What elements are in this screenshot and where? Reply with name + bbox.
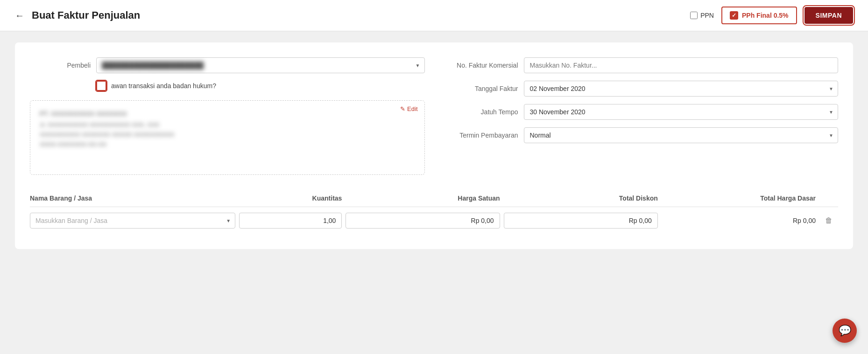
- form-card: Pembeli ██████████████████████ awan tran…: [15, 42, 853, 249]
- jatuh-tempo-select-wrapper: 30 November 2020: [524, 104, 839, 120]
- tanggal-row: Tanggal Faktur 02 November 2020: [444, 81, 839, 97]
- qty-input[interactable]: [239, 213, 342, 229]
- pembeli-select-wrapper: ██████████████████████: [96, 57, 425, 73]
- badan-hukum-text: awan transaksi anda badan hukum?: [111, 82, 216, 90]
- address-line-4: XXXX-XXXXXXX-XX-XX: [40, 141, 415, 148]
- harga-input[interactable]: [346, 213, 500, 229]
- address-line-1: PT. XXXXXXXXXX XXXXXXX: [40, 110, 415, 118]
- harga-cell: [346, 213, 500, 229]
- termin-select[interactable]: Normal: [524, 127, 839, 143]
- pph-label: PPh Final 0.5%: [742, 12, 789, 19]
- delete-button[interactable]: 🗑: [819, 216, 838, 225]
- no-faktur-input[interactable]: [524, 57, 839, 73]
- badan-hukum-label: awan transaksi anda badan hukum?: [111, 82, 216, 90]
- page-header: ← Buat Faktur Penjualan PPN ✓ PPh Final …: [0, 0, 868, 31]
- chat-icon: 💬: [839, 325, 851, 337]
- col-total: Total Harga Dasar: [662, 194, 816, 202]
- termin-select-wrapper: Normal: [524, 127, 839, 143]
- badan-hukum-row: awan transaksi anda badan hukum?: [96, 81, 425, 91]
- total-cell: Rp 0,00: [662, 217, 816, 224]
- form-left: Pembeli ██████████████████████ awan tran…: [30, 57, 425, 175]
- col-nama: Nama Barang / Jasa: [30, 194, 235, 202]
- jatuh-tempo-select[interactable]: 30 November 2020: [524, 104, 839, 120]
- ppn-checkbox[interactable]: [690, 12, 698, 19]
- main-content: Pembeli ██████████████████████ awan tran…: [0, 31, 868, 260]
- address-line-3: XXXXXXXXXX XXXXXXX XXXXX XXXXXXXXXX: [40, 131, 415, 138]
- tanggal-select-wrapper: 02 November 2020: [524, 81, 839, 97]
- diskon-cell: [504, 213, 658, 229]
- table-header: Nama Barang / Jasa Kuantitas Harga Satua…: [30, 190, 838, 207]
- form-right: No. Faktur Komersial Tanggal Faktur 02 N…: [444, 57, 839, 175]
- header-actions: PPN ✓ PPh Final 0.5% SIMPAN: [690, 7, 853, 24]
- product-cell: Masukkan Barang / Jasa: [30, 213, 235, 229]
- ppn-group: PPN: [690, 12, 714, 19]
- chat-button[interactable]: 💬: [833, 319, 857, 343]
- page-title: Buat Faktur Penjualan: [32, 9, 683, 21]
- tanggal-select[interactable]: 02 November 2020: [524, 81, 839, 97]
- no-faktur-label: No. Faktur Komersial: [444, 62, 518, 69]
- badan-hukum-checkbox[interactable]: [96, 81, 106, 91]
- pembeli-label: Pembeli: [30, 62, 91, 69]
- no-faktur-row: No. Faktur Komersial: [444, 57, 839, 73]
- simpan-button[interactable]: SIMPAN: [804, 7, 853, 24]
- jatuh-tempo-row: Jatuh Tempo 30 November 2020: [444, 104, 839, 120]
- pph-check-icon: ✓: [730, 11, 738, 20]
- tanggal-label: Tanggal Faktur: [444, 85, 518, 92]
- termin-label: Termin Pembayaran: [444, 132, 518, 139]
- qty-cell: [239, 213, 342, 229]
- pembeli-row: Pembeli ██████████████████████: [30, 57, 425, 73]
- col-kuantitas: Kuantitas: [239, 194, 342, 202]
- termin-row: Termin Pembayaran Normal: [444, 127, 839, 143]
- pph-button[interactable]: ✓ PPh Final 0.5%: [721, 7, 797, 24]
- product-select[interactable]: [30, 213, 235, 229]
- address-line-2: Jl. XXXXXXXXXX XXXXXXXXXX XXX, XXX: [40, 121, 415, 128]
- col-action: [819, 194, 838, 202]
- diskon-input[interactable]: [504, 213, 658, 229]
- back-button[interactable]: ←: [15, 10, 24, 21]
- pembeli-select[interactable]: [96, 57, 425, 73]
- table-row: Masukkan Barang / Jasa Rp 0,00 🗑: [30, 207, 838, 234]
- ppn-label: PPN: [700, 12, 714, 19]
- jatuh-tempo-label: Jatuh Tempo: [444, 108, 518, 116]
- table-section: Nama Barang / Jasa Kuantitas Harga Satua…: [30, 190, 838, 234]
- form-top: Pembeli ██████████████████████ awan tran…: [30, 57, 838, 175]
- col-harga: Harga Satuan: [346, 194, 500, 202]
- col-diskon: Total Diskon: [504, 194, 658, 202]
- address-box: ✎ Edit PT. XXXXXXXXXX XXXXXXX Jl. XXXXXX…: [30, 100, 425, 175]
